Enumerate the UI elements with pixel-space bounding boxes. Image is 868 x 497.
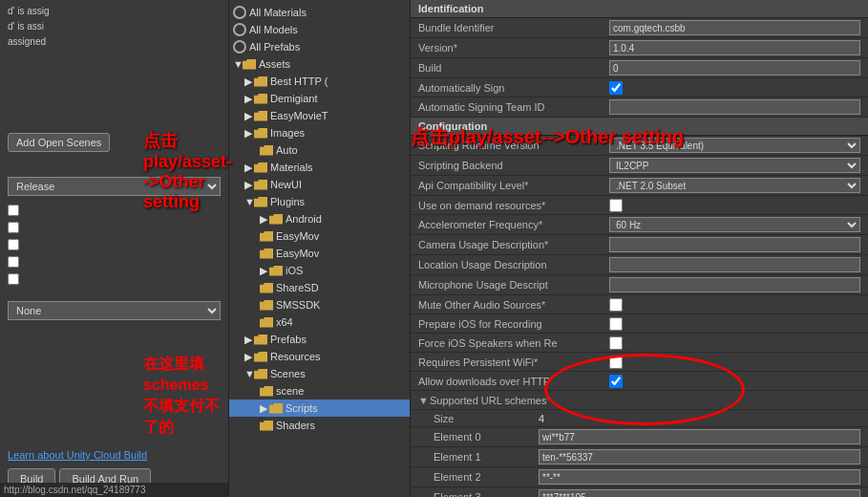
asset-tree-panel: All Materials All Models All Prefabs ▼ A… (229, 0, 411, 497)
folder-icon (254, 180, 267, 190)
images-folder[interactable]: ▶ Images (229, 124, 410, 141)
folder-icon (254, 369, 267, 379)
microphone-usage-input[interactable] (609, 277, 860, 292)
scripting-backend-select[interactable]: IL2CPP (609, 158, 860, 173)
annotation-top: 点击play/asset-->Other setting (143, 129, 232, 212)
persistent-wifi-checkbox[interactable] (609, 356, 623, 369)
smssdk-folder[interactable]: SMSSDK (229, 296, 410, 313)
demigiant-folder[interactable]: ▶ Demigiant (229, 90, 410, 107)
accel-select[interactable]: 60 Hz (609, 217, 860, 232)
version-label: Version* (418, 42, 609, 54)
add-open-scenes-button[interactable]: Add Open Scenes (8, 133, 110, 152)
element3-label: Element 3 (434, 491, 539, 497)
folder-icon (260, 300, 273, 311)
folder-label: Demigiant (270, 91, 318, 106)
x64-folder[interactable]: x64 (229, 313, 410, 331)
prepare-ios-row: Prepare iOS for Recording (411, 314, 868, 334)
element0-input[interactable] (539, 429, 860, 444)
element2-input[interactable] (539, 469, 860, 485)
checkbox-2[interactable] (8, 222, 19, 233)
bundle-id-input[interactable] (609, 20, 860, 35)
shaders-folder[interactable]: Shaders (229, 417, 410, 434)
persistent-wifi-label: Requires Persistent WiFi* (418, 357, 609, 368)
expand-arrow: ▼ (244, 194, 254, 209)
materials-folder[interactable]: ▶ Materials (229, 159, 410, 176)
scenes-folder[interactable]: ▼ Scenes (229, 365, 410, 382)
easymov2-folder[interactable]: EasyMov (229, 245, 410, 262)
checkbox-3[interactable] (8, 239, 19, 250)
search-all-prefabs[interactable]: All Prefabs (229, 38, 410, 55)
sharesd-folder[interactable]: ShareSD (229, 279, 410, 296)
url-scheme-element2-row: Element 2 (411, 467, 868, 487)
version-input[interactable] (609, 40, 860, 55)
easymoviet-folder[interactable]: ▶ EasyMovieT (229, 107, 410, 124)
checkbox-4[interactable] (8, 256, 19, 268)
folder-label: Images (270, 125, 305, 140)
checkbox-1[interactable] (8, 205, 19, 216)
resources-folder[interactable]: ▶ Resources (229, 348, 410, 365)
allow-downloads-checkbox[interactable] (609, 375, 623, 388)
signing-team-label: Automatic Signing Team ID (418, 101, 609, 113)
auto-sign-row: Automatically Sign (411, 78, 868, 97)
scene-item[interactable]: scene (229, 382, 410, 400)
camera-usage-row: Camera Usage Description* (411, 235, 868, 255)
learn-unity-cloud-build-link[interactable]: Learn about Unity Cloud Build (0, 445, 228, 465)
best-http-folder[interactable]: ▶ Best HTTP ( (229, 73, 410, 90)
ios-folder[interactable]: ▶ iOS (229, 262, 410, 279)
checkbox-row-3 (8, 236, 221, 253)
checkbox-row-4 (8, 253, 221, 270)
element0-label: Element 0 (434, 431, 539, 443)
checkbox-row-5 (8, 270, 221, 288)
folder-label: Best HTTP ( (270, 74, 328, 89)
android-folder[interactable]: ▶ Android (229, 210, 410, 227)
location-usage-input[interactable] (609, 257, 860, 272)
none-select[interactable]: None (8, 301, 221, 320)
force-speakers-row: Force iOS Speakers when Re (411, 334, 868, 353)
prefabs-folder[interactable]: ▶ Prefabs (229, 331, 410, 348)
folder-icon (254, 197, 267, 207)
element1-input[interactable] (539, 449, 860, 465)
camera-usage-input[interactable] (609, 237, 860, 252)
folder-icon (260, 248, 273, 259)
auto-sign-checkbox[interactable] (609, 81, 623, 95)
element3-input[interactable] (539, 489, 860, 497)
folder-icon (260, 386, 273, 397)
folder-label: Prefabs (270, 332, 307, 347)
plugins-folder[interactable]: ▼ Plugins (229, 193, 410, 210)
folder-label: Materials (270, 160, 313, 175)
signing-team-input[interactable] (609, 99, 860, 115)
microphone-usage-row: Microphone Usage Descript (411, 275, 868, 295)
folder-label: Android (286, 211, 322, 227)
url-schemes-expand[interactable]: ▼ (418, 395, 430, 406)
force-speakers-checkbox[interactable] (609, 336, 623, 350)
easymov1-folder[interactable]: EasyMov (229, 227, 410, 245)
api-compat-label: Api Compatibility Level* (418, 180, 609, 191)
newui-folder[interactable]: ▶ NewUI (229, 176, 410, 193)
scripts-folder[interactable]: ▶ Scripts (229, 400, 410, 417)
expand-arrow: ▶ (244, 91, 254, 106)
api-compat-select[interactable]: .NET 2.0 Subset (609, 178, 860, 193)
prepare-ios-checkbox[interactable] (609, 317, 623, 331)
folder-icon (254, 94, 267, 104)
accel-label: Accelerometer Frequency* (418, 219, 609, 230)
location-usage-label: Location Usage Description (418, 259, 609, 270)
location-usage-row: Location Usage Description (411, 255, 868, 275)
folder-icon (254, 162, 267, 173)
search-all-materials[interactable]: All Materials (229, 4, 410, 21)
left-panel: d' is assig d' is assi assigned Add Open… (0, 0, 229, 497)
checkbox-5[interactable] (8, 273, 19, 285)
expand-arrow: ▶ (244, 108, 254, 123)
build-input[interactable] (609, 60, 860, 76)
scripting-backend-label: Scripting Backend (418, 160, 609, 171)
build-label: Build (418, 62, 609, 74)
assets-folder[interactable]: ▼ Assets (229, 55, 410, 73)
search-all-models[interactable]: All Models (229, 21, 410, 38)
auto-folder[interactable]: Auto (229, 141, 410, 159)
mute-audio-checkbox[interactable] (609, 298, 623, 312)
expand-arrow: ▶ (244, 125, 254, 140)
on-demand-checkbox[interactable] (609, 199, 623, 212)
expand-arrow: ▶ (260, 400, 269, 416)
camera-usage-label: Camera Usage Description* (418, 239, 609, 250)
url-scheme-element1-row: Element 1 (411, 447, 868, 467)
inspector-panel: Identification Bundle Identifier Version… (411, 0, 868, 497)
